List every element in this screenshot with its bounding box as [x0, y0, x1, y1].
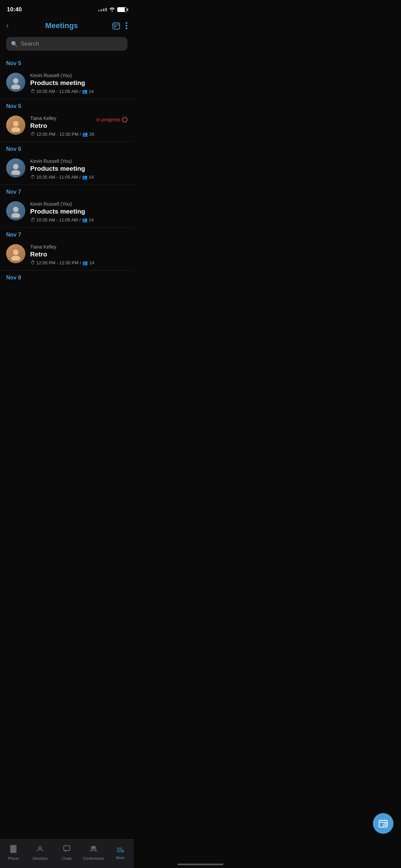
wifi-icon — [109, 7, 115, 13]
meetings-list: Nov 5 Kevin Russell (You) Products meeti… — [0, 56, 134, 284]
signal-icon — [98, 8, 107, 11]
participants-icon: 👥 — [82, 89, 87, 94]
participants-icon: 👥 — [82, 217, 87, 222]
meeting-time: 10:35 AM - 11:05 AM — [36, 89, 78, 94]
meeting-info: Tiana Kelley Retro ⏱ 12:00 PM - 12:30 PM… — [30, 244, 127, 265]
meeting-title: Retro — [30, 251, 127, 258]
status-time: 10:40 — [7, 6, 22, 13]
avatar — [6, 158, 25, 178]
status-icons — [98, 7, 127, 13]
meeting-time: 12:00 PM - 12:30 PM — [36, 132, 78, 137]
clock-icon: ⏱ — [30, 174, 35, 180]
meeting-item[interactable]: Kevin Russell (You) Products meeting ⏱ 1… — [0, 155, 134, 185]
meeting-meta: ⏱ 12:00 PM - 12:30 PM / 👥 28 — [30, 131, 127, 137]
date-header-nov6: Nov 6 — [0, 142, 134, 155]
svg-point-9 — [11, 84, 20, 89]
clock-icon: ⏱ — [30, 260, 35, 265]
meeting-title: Products meeting — [30, 79, 127, 87]
battery-icon — [117, 7, 127, 12]
participants-icon: 👥 — [82, 260, 88, 265]
organizer-name: Kevin Russell (You) — [30, 73, 127, 78]
meeting-info: Kevin Russell (You) Products meeting ⏱ 1… — [30, 73, 127, 94]
in-progress-label: In progress — [96, 117, 120, 122]
avatar — [6, 116, 25, 135]
meeting-item[interactable]: Kevin Russell (You) Products meeting ⏱ 1… — [0, 69, 134, 99]
meeting-time: 10:35 AM - 11:05 AM — [36, 217, 78, 222]
back-button[interactable]: ‹ — [6, 20, 11, 32]
avatar — [6, 73, 25, 92]
status-bar: 10:40 — [0, 0, 134, 17]
organizer-name: Kevin Russell (You) — [30, 158, 127, 164]
in-progress-badge: In progress — [96, 117, 127, 122]
meeting-info: Kevin Russell (You) Products meeting ⏱ 1… — [30, 158, 127, 180]
date-header-nov7-2: Nov 7 — [0, 228, 134, 241]
svg-point-17 — [11, 256, 20, 261]
meeting-meta: ⏱ 10:35 AM - 11:05 AM / 👥 14 — [30, 174, 127, 180]
date-header-nov8: Nov 8 — [0, 270, 134, 284]
svg-rect-0 — [113, 23, 120, 29]
separator: / — [80, 132, 81, 137]
svg-point-11 — [11, 127, 20, 132]
date-header-nov5-2: Nov 5 — [0, 99, 134, 112]
meeting-info: Kevin Russell (You) Products meeting ⏱ 1… — [30, 201, 127, 222]
avatar — [6, 201, 25, 220]
meeting-title: Products meeting — [30, 208, 127, 215]
header: ‹ Meetings — [0, 17, 134, 36]
organizer-name: Kevin Russell (You) — [30, 201, 127, 207]
separator: / — [79, 217, 81, 222]
meeting-meta: ⏱ 12:00 PM - 12:30 PM / 👥 14 — [30, 260, 127, 265]
svg-point-16 — [13, 250, 19, 255]
svg-point-10 — [13, 121, 19, 126]
date-header-nov5-1: Nov 5 — [0, 56, 134, 69]
meeting-time: 12:00 PM - 12:30 PM — [36, 260, 78, 265]
participant-count: 14 — [89, 174, 94, 180]
separator: / — [79, 89, 81, 94]
svg-point-6 — [126, 25, 127, 27]
in-progress-dot — [122, 117, 127, 122]
participant-count: 14 — [89, 217, 94, 222]
meeting-item[interactable]: Tiana Kelley Retro ⏱ 12:00 PM - 12:30 PM… — [0, 112, 134, 142]
search-input[interactable]: Search — [21, 40, 39, 47]
svg-rect-4 — [114, 26, 116, 27]
search-icon: 🔍 — [11, 41, 18, 47]
svg-point-15 — [11, 213, 20, 218]
svg-point-13 — [11, 170, 20, 175]
avatar — [6, 244, 25, 263]
page-title: Meetings — [11, 21, 112, 30]
date-header-nov7-1: Nov 7 — [0, 185, 134, 198]
svg-point-8 — [13, 78, 19, 84]
meeting-title: Retro — [30, 122, 127, 130]
clock-icon: ⏱ — [30, 88, 35, 94]
calendar-icon[interactable] — [112, 21, 121, 30]
participant-count: 14 — [89, 260, 94, 265]
meeting-title: Products meeting — [30, 165, 127, 172]
search-bar[interactable]: 🔍 Search — [6, 37, 127, 51]
separator: / — [80, 260, 81, 265]
more-options-icon[interactable] — [125, 22, 127, 29]
organizer-name: Tiana Kelley — [30, 244, 127, 250]
meeting-item[interactable]: Kevin Russell (You) Products meeting ⏱ 1… — [0, 198, 134, 228]
svg-point-5 — [126, 22, 127, 24]
participant-count: 14 — [89, 89, 94, 94]
meeting-item[interactable]: Tiana Kelley Retro ⏱ 12:00 PM - 12:30 PM… — [0, 241, 134, 270]
participant-count: 28 — [89, 132, 94, 137]
svg-point-14 — [13, 207, 19, 212]
clock-icon: ⏱ — [30, 131, 35, 137]
meeting-time: 10:35 AM - 11:05 AM — [36, 174, 78, 180]
participants-icon: 👥 — [82, 132, 88, 137]
clock-icon: ⏱ — [30, 217, 35, 222]
svg-point-7 — [126, 28, 127, 29]
participants-icon: 👥 — [82, 174, 87, 180]
meeting-meta: ⏱ 10:35 AM - 11:05 AM / 👥 14 — [30, 217, 127, 222]
svg-point-12 — [13, 164, 19, 169]
meeting-meta: ⏱ 10:35 AM - 11:05 AM / 👥 14 — [30, 88, 127, 94]
header-actions — [112, 21, 127, 30]
separator: / — [79, 174, 81, 180]
